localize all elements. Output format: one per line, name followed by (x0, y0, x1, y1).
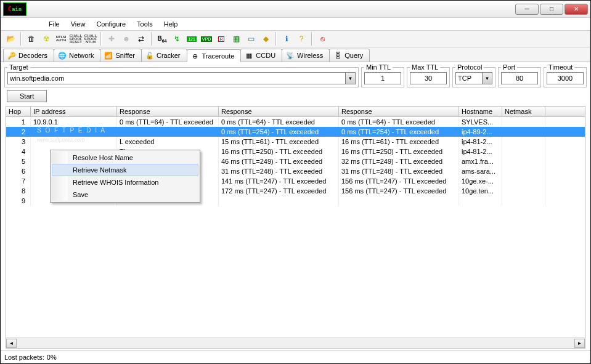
col-hop[interactable]: Hop (6, 107, 31, 116)
add-icon[interactable]: ✚ (105, 33, 118, 45)
open-icon[interactable]: 📂 (4, 33, 17, 45)
b64-icon[interactable]: B64 (156, 33, 168, 45)
separator (275, 32, 277, 46)
scroll-left-icon[interactable]: ◄ (6, 339, 17, 348)
menu-configure[interactable]: Configure (91, 19, 131, 29)
results-grid: Hop IP address Response Response Respons… (6, 106, 585, 349)
context-item-save[interactable]: Save (52, 188, 198, 201)
vpn-icon[interactable]: VPD (200, 33, 213, 45)
arp-icon[interactable]: ↯ (171, 33, 183, 45)
app-window: { "menu": { "file": "File", "view": "Vie… (0, 0, 591, 364)
hosts-icon[interactable]: ⇄ (135, 33, 147, 45)
chall-spoof-reset-icon[interactable]: CHALLSPOOFRESET (70, 33, 82, 45)
context-item-resolve-host-name[interactable]: Resolve Host Name (52, 152, 198, 164)
status-label: Lost packets: (4, 354, 44, 361)
cell-r3: 0 ms (TTL=254) - TTL exceeded (339, 127, 459, 137)
separator (100, 32, 102, 46)
status-value: 0% (47, 354, 57, 361)
col-ip[interactable]: IP address (31, 107, 117, 116)
cell-nm (502, 156, 545, 166)
cell-hop: 5 (6, 156, 31, 166)
menubar: File View Configure Tools Help (1, 18, 590, 30)
tab-label: Decoders (18, 52, 47, 59)
cell-r2: 16 ms (TTL=250) - TTL exceeded (219, 147, 339, 156)
timeout-label: Timeout (547, 63, 574, 71)
context-item-retrieve-netmask[interactable]: Retrieve Netmask (52, 164, 198, 176)
menu-help[interactable]: Help (159, 19, 183, 29)
col-netmask[interactable]: Netmask (502, 107, 545, 116)
cell-r2: 0 ms (TTL=64) - TTL exceeded (219, 117, 339, 127)
rec-icon[interactable]: R (215, 33, 227, 45)
cell-hop: 4 (6, 147, 31, 156)
help-icon[interactable]: ? (295, 33, 308, 45)
tabbar: 🔑Decoders🌐Network📶Sniffer🔓Cracker⊕Tracer… (1, 47, 590, 62)
tab-traceroute[interactable]: ⊕Traceroute (187, 49, 242, 62)
chall-spoof-ntlm-icon[interactable]: CHALLSPOOFNTLM (84, 33, 97, 45)
col-response-2[interactable]: Response (219, 107, 339, 116)
network-tab-icon: 🌐 (58, 51, 67, 60)
cell-ip (31, 137, 117, 147)
mask-icon[interactable]: ☻ (120, 33, 132, 45)
protocol-label: Protocol (455, 63, 484, 71)
cell-nm (502, 196, 545, 206)
menu-view[interactable]: View (66, 19, 91, 29)
scroll-right-icon[interactable]: ► (574, 339, 585, 348)
menu-tools[interactable]: Tools (132, 19, 158, 29)
box-icon[interactable]: ▭ (245, 33, 257, 45)
cell-r1: L exceeded (117, 137, 219, 147)
cell-r2: 31 ms (TTL=248) - TTL exceeded (219, 166, 339, 176)
minttl-input[interactable] (364, 72, 401, 84)
table-row[interactable]: 3L exceeded15 ms (TTL=61) - TTL exceeded… (6, 137, 585, 147)
ntlm-auth-icon[interactable]: NTLMAUTH (55, 33, 67, 45)
tab-label: Traceroute (202, 52, 235, 60)
separator (311, 32, 312, 46)
tab-decoders[interactable]: 🔑Decoders (3, 49, 54, 62)
context-item-retrieve-whois-information[interactable]: Retrieve WHOIS Information (52, 176, 198, 188)
col-response-3[interactable]: Response (339, 107, 459, 116)
minttl-label: Min TTL (364, 63, 393, 71)
protocol-input[interactable] (455, 72, 483, 84)
tab-wireless[interactable]: 📡Wireless (282, 49, 330, 62)
table-row[interactable]: 110.9.0.10 ms (TTL=64) - TTL exceeded0 m… (6, 117, 585, 127)
maxttl-input[interactable] (410, 72, 447, 84)
titlebar: Cain ─ □ ✕ (1, 1, 590, 18)
cert-icon[interactable]: ◆ (259, 33, 272, 45)
start-button[interactable]: Start (7, 90, 47, 102)
horizontal-scrollbar[interactable]: ◄ ► (6, 338, 585, 348)
cell-hop: 8 (6, 186, 31, 196)
table-row[interactable]: 20 ms (TTL=254) - TTL exceeded0 ms (TTL=… (6, 127, 585, 137)
port-label: Port (501, 63, 517, 71)
menu-file[interactable]: File (44, 19, 65, 29)
col-response-1[interactable]: Response (117, 107, 219, 116)
tab-network[interactable]: 🌐Network (54, 49, 100, 62)
context-menu: Resolve Host NameRetrieve NetmaskRetriev… (50, 150, 200, 203)
info-icon[interactable]: ℹ (280, 33, 293, 45)
protocol-fieldset: Protocol ▼ (452, 63, 495, 87)
maximize-button[interactable]: □ (540, 4, 563, 15)
port-input[interactable] (501, 72, 538, 84)
calc-icon[interactable]: ▦ (230, 33, 242, 45)
timeout-fieldset: Timeout (544, 63, 587, 87)
col-hostname[interactable]: Hostname (459, 107, 502, 116)
cell-r2: 0 ms (TTL=254) - TTL exceeded (219, 127, 339, 137)
cell-host: 10ge.xe-... (459, 176, 502, 186)
tab-cracker[interactable]: 🔓Cracker (141, 49, 187, 62)
radioactive-icon[interactable]: ☢ (40, 33, 52, 45)
mitm-icon[interactable]: 121 (185, 33, 198, 45)
protocol-dropdown-icon[interactable]: ▼ (483, 72, 492, 84)
timeout-input[interactable] (547, 72, 584, 84)
tab-sniffer[interactable]: 📶Sniffer (100, 49, 142, 62)
tab-query[interactable]: 🗄Query (329, 49, 370, 62)
target-input[interactable] (7, 72, 346, 84)
query-tab-icon: 🗄 (333, 51, 342, 60)
dump-icon[interactable]: 🗑 (25, 33, 38, 45)
tab-ccdu[interactable]: ▦CCDU (240, 49, 282, 62)
cell-hop: 7 (6, 176, 31, 186)
minttl-fieldset: Min TTL (361, 63, 404, 87)
exit-icon[interactable]: ⎋ (316, 33, 328, 45)
minimize-button[interactable]: ─ (515, 4, 539, 15)
target-dropdown-icon[interactable]: ▼ (346, 72, 356, 84)
cell-hop: 6 (6, 166, 31, 176)
close-button[interactable]: ✕ (565, 4, 588, 15)
maxttl-fieldset: Max TTL (407, 63, 450, 87)
